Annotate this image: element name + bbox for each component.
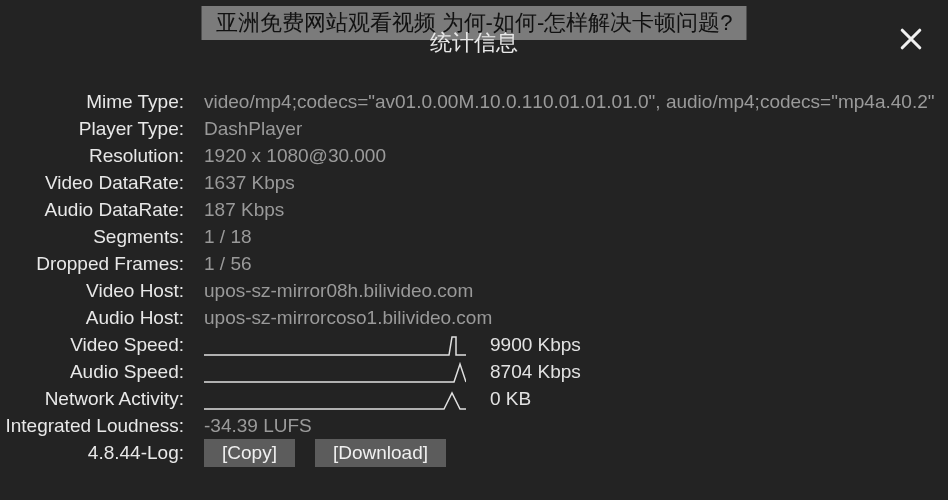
- row-network-activity: Network Activity: 0 KB: [0, 385, 948, 412]
- audio-speed-graph: [204, 360, 466, 384]
- row-integrated-loudness: Integrated Loudness: -34.39 LUFS: [0, 412, 948, 439]
- value-audio-host: upos-sz-mirrorcoso1.bilivideo.com: [190, 307, 492, 329]
- close-button[interactable]: [896, 24, 926, 54]
- row-video-speed: Video Speed: 9900 Kbps: [0, 331, 948, 358]
- download-button[interactable]: [Download]: [315, 439, 446, 467]
- close-icon: [896, 24, 926, 54]
- label-video-datarate: Video DataRate:: [0, 172, 190, 194]
- row-segments: Segments: 1 / 18: [0, 223, 948, 250]
- copy-button[interactable]: [Copy]: [204, 439, 295, 467]
- label-audio-host: Audio Host:: [0, 307, 190, 329]
- label-segments: Segments:: [0, 226, 190, 248]
- row-audio-datarate: Audio DataRate: 187 Kbps: [0, 196, 948, 223]
- row-audio-speed: Audio Speed: 8704 Kbps: [0, 358, 948, 385]
- value-network-activity: 0 KB: [490, 388, 531, 410]
- row-player-type: Player Type: DashPlayer: [0, 115, 948, 142]
- label-player-type: Player Type:: [0, 118, 190, 140]
- label-resolution: Resolution:: [0, 145, 190, 167]
- row-dropped-frames: Dropped Frames: 1 / 56: [0, 250, 948, 277]
- stats-panel: 亚洲免费网站观看视频 为何-如何-怎样解决卡顿问题? 统计信息 Mime Typ…: [0, 0, 948, 500]
- label-audio-speed: Audio Speed:: [0, 361, 190, 383]
- row-video-host: Video Host: upos-sz-mirror08h.bilivideo.…: [0, 277, 948, 304]
- value-video-datarate: 1637 Kbps: [190, 172, 295, 194]
- label-video-host: Video Host:: [0, 280, 190, 302]
- value-segments: 1 / 18: [190, 226, 252, 248]
- label-video-speed: Video Speed:: [0, 334, 190, 356]
- value-mime-type: video/mp4;codecs="av01.0.00M.10.0.110.01…: [190, 91, 934, 113]
- value-video-speed: 9900 Kbps: [490, 334, 581, 356]
- value-integrated-loudness: -34.39 LUFS: [190, 415, 312, 437]
- row-log: 4.8.44-Log: [Copy] [Download]: [0, 439, 948, 467]
- value-audio-datarate: 187 Kbps: [190, 199, 284, 221]
- network-activity-graph: [204, 387, 466, 411]
- row-video-datarate: Video DataRate: 1637 Kbps: [0, 169, 948, 196]
- label-dropped-frames: Dropped Frames:: [0, 253, 190, 275]
- label-network-activity: Network Activity:: [0, 388, 190, 410]
- label-audio-datarate: Audio DataRate:: [0, 199, 190, 221]
- label-mime-type: Mime Type:: [0, 91, 190, 113]
- value-audio-speed: 8704 Kbps: [490, 361, 581, 383]
- info-rows: Mime Type: video/mp4;codecs="av01.0.00M.…: [0, 88, 948, 467]
- row-mime-type: Mime Type: video/mp4;codecs="av01.0.00M.…: [0, 88, 948, 115]
- video-speed-graph: [204, 333, 466, 357]
- panel-title: 统计信息: [430, 28, 518, 58]
- label-log: 4.8.44-Log:: [0, 442, 190, 464]
- label-integrated-loudness: Integrated Loudness:: [0, 415, 190, 437]
- row-resolution: Resolution: 1920 x 1080@30.000: [0, 142, 948, 169]
- value-video-host: upos-sz-mirror08h.bilivideo.com: [190, 280, 473, 302]
- value-resolution: 1920 x 1080@30.000: [190, 145, 386, 167]
- value-dropped-frames: 1 / 56: [190, 253, 252, 275]
- value-player-type: DashPlayer: [190, 118, 302, 140]
- row-audio-host: Audio Host: upos-sz-mirrorcoso1.bilivide…: [0, 304, 948, 331]
